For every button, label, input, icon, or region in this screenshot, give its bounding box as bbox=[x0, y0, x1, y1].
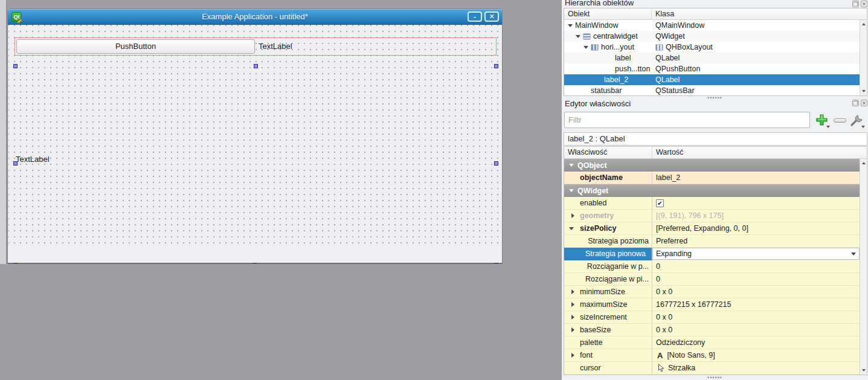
selection-handle-top-left[interactable] bbox=[13, 64, 18, 68]
property-name-cell[interactable]: sizeIncrement bbox=[564, 311, 652, 324]
branch-expanded-icon[interactable] bbox=[576, 35, 580, 38]
property-value-cell[interactable]: label_2 bbox=[652, 172, 860, 184]
column-header-wlasciwosc[interactable]: Właściwość bbox=[564, 147, 652, 158]
column-header-wartosc[interactable]: Wartość bbox=[652, 147, 867, 158]
branch-collapsed-icon[interactable] bbox=[568, 353, 577, 358]
label2-widget[interactable]: TextLabel bbox=[16, 155, 50, 164]
remove-property-button[interactable] bbox=[832, 113, 848, 127]
property-value-cell[interactable]: [(9, 191), 796 x 175] bbox=[652, 210, 860, 222]
class-name-text: QLabel bbox=[655, 76, 680, 84]
property-name-cell[interactable]: palette bbox=[564, 337, 652, 349]
property-name-text: sizeIncrement bbox=[580, 313, 627, 321]
property-row-sizeincrement: sizeIncrement0 x 0 bbox=[564, 311, 860, 324]
property-name-cell[interactable]: minimumSize bbox=[564, 286, 652, 298]
statusbar-area bbox=[8, 247, 501, 263]
branch-collapsed-icon[interactable] bbox=[568, 213, 577, 218]
close-dock-icon[interactable]: ✕ bbox=[861, 1, 867, 7]
property-row-strategia-pozioma: Strategia poziomaPreferred bbox=[564, 235, 860, 248]
scroll-down-icon[interactable] bbox=[860, 367, 867, 374]
branch-collapsed-icon[interactable] bbox=[568, 289, 577, 294]
pencil-icon bbox=[17, 19, 23, 24]
property-name-cell[interactable]: Rozciąganie w p... bbox=[564, 260, 652, 273]
column-header-obiekt[interactable]: Obiekt bbox=[564, 8, 652, 19]
tree-row-push-tton[interactable]: push...ttonQPushButton bbox=[564, 63, 860, 74]
tree-class-cell: QMainWindow bbox=[652, 20, 860, 31]
selection-handle-top-center[interactable] bbox=[254, 64, 258, 68]
selection-handle-mid-right[interactable] bbox=[494, 161, 498, 166]
property-name-cell[interactable]: cursor bbox=[564, 362, 652, 375]
column-header-klasa[interactable]: Klasa bbox=[652, 8, 867, 19]
tree-row-statusbar[interactable]: statusbarQStatusBar bbox=[564, 85, 860, 95]
branch-collapsed-icon[interactable] bbox=[568, 327, 577, 332]
label-widget[interactable]: TextLabel bbox=[259, 38, 292, 55]
property-name-cell[interactable]: Strategia pozioma bbox=[564, 235, 652, 248]
enabled-checkbox[interactable]: ✔ bbox=[656, 199, 664, 207]
property-name-cell[interactable]: baseSize bbox=[564, 324, 652, 337]
tree-row-label[interactable]: labelQLabel bbox=[564, 53, 860, 63]
property-name-text: cursor bbox=[580, 364, 601, 372]
branch-expanded-icon[interactable] bbox=[568, 24, 573, 27]
property-value-cell[interactable]: 16777215 x 16777215 bbox=[652, 298, 860, 311]
property-name-cell[interactable]: geometry bbox=[564, 210, 652, 222]
form-window-titlebar[interactable]: Qt Example Application - untitled* - ✕ bbox=[8, 9, 502, 25]
property-name-cell[interactable]: sizePolicy bbox=[564, 222, 652, 235]
property-name-cell[interactable]: enabled bbox=[564, 197, 652, 210]
hbox-layout-outline[interactable]: PushButton TextLabel bbox=[14, 37, 497, 56]
property-group-qobject[interactable]: QObject bbox=[564, 159, 860, 172]
property-value-cell[interactable]: 0 x 0 bbox=[652, 311, 860, 324]
property-name-cell[interactable]: font bbox=[564, 349, 652, 362]
form-canvas[interactable]: PushButton TextLabel TextLabel bbox=[8, 25, 501, 263]
tree-row-centralwidget[interactable]: centralwidgetQWidget bbox=[564, 31, 860, 42]
scroll-up-icon[interactable] bbox=[860, 21, 867, 28]
hierarchy-scrollbar[interactable] bbox=[860, 20, 867, 95]
property-value-cell[interactable]: Expanding bbox=[652, 248, 860, 260]
close-button[interactable]: ✕ bbox=[484, 11, 499, 22]
dock-splitter[interactable]: •••••• bbox=[562, 376, 868, 380]
tree-class-cell: QStatusBar bbox=[652, 85, 860, 95]
dock-panel: Hierarchia obiektów ❐ ✕ Obiekt Klasa Mai… bbox=[562, 0, 868, 380]
property-value-cell[interactable]: Strzałka bbox=[652, 362, 860, 375]
property-filter-input[interactable] bbox=[564, 112, 810, 128]
property-name-cell[interactable]: Strategia pionowa bbox=[564, 248, 652, 260]
scroll-down-icon[interactable] bbox=[860, 88, 867, 95]
property-value-cell[interactable]: 0 x 0 bbox=[652, 286, 860, 298]
selection-handle-mid-left[interactable] bbox=[13, 161, 18, 166]
property-value-cell[interactable]: [Preferred, Expanding, 0, 0] bbox=[652, 222, 860, 235]
property-row-cursor: cursorStrzałka bbox=[564, 362, 860, 375]
property-value-cell[interactable]: A[Noto Sans, 9] bbox=[652, 349, 860, 362]
selection-handle-top-right[interactable] bbox=[494, 64, 498, 68]
property-value-text: label_2 bbox=[656, 173, 680, 182]
branch-collapsed-icon[interactable] bbox=[568, 315, 577, 320]
property-value-cell[interactable]: 0 bbox=[652, 260, 860, 273]
branch-collapsed-icon[interactable] bbox=[568, 302, 577, 307]
close-dock-icon[interactable]: ✕ bbox=[861, 100, 867, 106]
float-dock-icon[interactable]: ❐ bbox=[852, 100, 859, 106]
branch-expanded-icon[interactable] bbox=[568, 227, 577, 230]
property-value-cell[interactable]: Odziedziczony bbox=[652, 337, 860, 349]
property-value-cell[interactable]: ✔ bbox=[652, 197, 860, 210]
tree-row-mainwindow[interactable]: MainWindowQMainWindow bbox=[564, 20, 860, 31]
property-name-cell[interactable]: objectName bbox=[564, 172, 652, 184]
float-dock-icon[interactable]: ❐ bbox=[852, 1, 859, 7]
tree-row-label-2[interactable]: label_2QLabel bbox=[564, 74, 860, 85]
property-value-cell[interactable]: Preferred bbox=[652, 235, 860, 248]
property-group-qwidget[interactable]: QWidget bbox=[564, 184, 860, 197]
property-value-cell[interactable]: 0 bbox=[652, 273, 860, 286]
property-scrollbar[interactable] bbox=[860, 159, 867, 375]
tree-row-hori-yout[interactable]: hori...youtQHBoxLayout bbox=[564, 42, 860, 53]
property-name-cell[interactable]: maximumSize bbox=[564, 298, 652, 311]
tree-object-cell: push...tton bbox=[564, 63, 652, 74]
configure-button[interactable] bbox=[849, 113, 865, 127]
property-value-text: [Noto Sans, 9] bbox=[667, 351, 715, 359]
combobox-arrow-icon[interactable] bbox=[851, 253, 856, 256]
property-name-cell[interactable]: Rozciąganie w pi... bbox=[564, 273, 652, 286]
minimize-button[interactable]: - bbox=[468, 11, 482, 22]
branch-expanded-icon[interactable] bbox=[583, 46, 588, 49]
property-value-cell[interactable]: 0 x 0 bbox=[652, 324, 860, 337]
scroll-up-icon[interactable] bbox=[860, 159, 867, 167]
class-name-text: QStatusBar bbox=[655, 86, 695, 95]
remove-property-icon bbox=[834, 118, 846, 123]
push-button-widget[interactable]: PushButton bbox=[16, 39, 255, 54]
add-property-button[interactable] bbox=[814, 113, 830, 127]
property-row-geometry: geometry[(9, 191), 796 x 175] bbox=[564, 210, 860, 222]
